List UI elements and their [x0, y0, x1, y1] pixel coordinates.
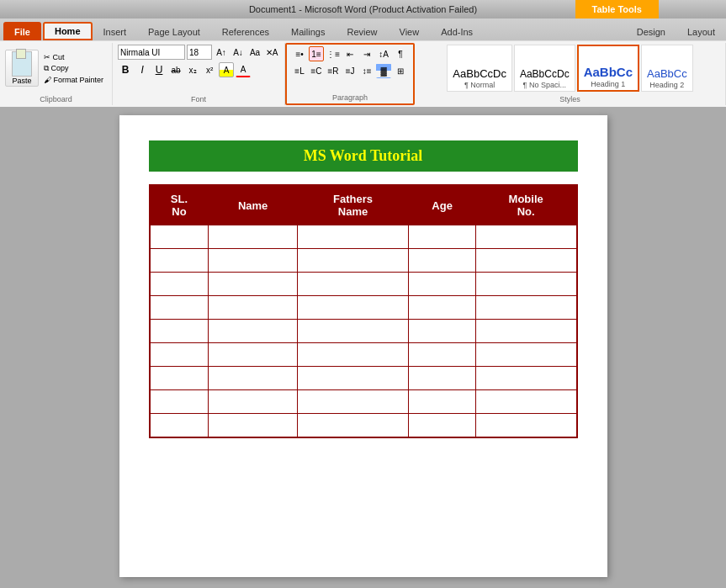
cut-button[interactable]: ✂ Cut	[40, 52, 107, 62]
tab-references[interactable]: References	[211, 22, 280, 40]
font-name-input[interactable]	[118, 45, 185, 60]
table-cell[interactable]	[409, 273, 476, 296]
copy-button[interactable]: ⧉ Copy	[40, 63, 107, 74]
style-heading2-button[interactable]: AaBbCc Heading 2	[641, 45, 693, 92]
table-cell[interactable]	[409, 320, 476, 343]
bold-button[interactable]: B	[118, 62, 133, 77]
table-cell[interactable]	[150, 414, 209, 437]
table-cell[interactable]	[297, 296, 409, 320]
table-row[interactable]	[150, 414, 577, 437]
tab-home[interactable]: Home	[43, 22, 93, 40]
table-cell[interactable]	[150, 249, 209, 273]
table-cell[interactable]	[297, 390, 409, 414]
table-cell[interactable]	[209, 225, 297, 249]
table-cell[interactable]	[475, 390, 576, 414]
table-cell[interactable]	[150, 320, 209, 343]
table-cell[interactable]	[297, 273, 409, 296]
table-cell[interactable]	[409, 367, 476, 390]
font-size-input[interactable]	[187, 45, 212, 60]
table-cell[interactable]	[475, 225, 576, 249]
style-heading1-button[interactable]: AaBbCc Heading 1	[577, 45, 639, 92]
table-cell[interactable]	[409, 390, 476, 414]
table-cell[interactable]	[209, 367, 297, 390]
table-cell[interactable]	[209, 414, 297, 437]
line-spacing-button[interactable]: ↕≡	[359, 63, 374, 78]
italic-button[interactable]: I	[135, 62, 150, 77]
tab-view[interactable]: View	[389, 22, 431, 40]
table-cell[interactable]	[297, 343, 409, 367]
multilevel-list-button[interactable]: ⋮≡	[326, 46, 341, 61]
table-row[interactable]	[150, 296, 577, 320]
table-row[interactable]	[150, 320, 577, 343]
table-cell[interactable]	[150, 390, 209, 414]
tab-mailings[interactable]: Mailings	[280, 22, 336, 40]
table-cell[interactable]	[150, 273, 209, 296]
table-cell[interactable]	[475, 296, 576, 320]
table-cell[interactable]	[475, 273, 576, 296]
table-cell[interactable]	[297, 414, 409, 437]
table-cell[interactable]	[475, 320, 576, 343]
table-cell[interactable]	[297, 249, 409, 273]
bullets-button[interactable]: ≡•	[292, 46, 307, 61]
table-cell[interactable]	[297, 225, 409, 249]
tab-file[interactable]: File	[3, 22, 41, 40]
table-row[interactable]	[150, 225, 577, 249]
paste-button[interactable]: Paste	[5, 50, 39, 87]
tab-insert[interactable]: Insert	[93, 22, 138, 40]
sort-button[interactable]: ↕A	[376, 46, 391, 61]
table-cell[interactable]	[150, 343, 209, 367]
table-cell[interactable]	[409, 225, 476, 249]
table-row[interactable]	[150, 390, 577, 414]
table-cell[interactable]	[209, 273, 297, 296]
table-cell[interactable]	[475, 249, 576, 273]
increase-indent-button[interactable]: ⇥	[359, 46, 374, 61]
tab-design[interactable]: Design	[626, 22, 676, 40]
borders-button[interactable]: ⊞	[393, 63, 408, 78]
format-painter-button[interactable]: 🖌 Format Painter	[40, 75, 107, 85]
numbering-button[interactable]: 1≡	[309, 46, 324, 61]
clear-format-button[interactable]: ✕A	[264, 45, 279, 60]
font-color-button[interactable]: A	[236, 62, 251, 77]
table-cell[interactable]	[409, 414, 476, 437]
table-cell[interactable]	[409, 249, 476, 273]
tab-add-ins[interactable]: Add-Ins	[430, 22, 484, 40]
table-cell[interactable]	[209, 296, 297, 320]
strikethrough-button[interactable]: ab	[168, 62, 183, 77]
page[interactable]: MS Word Tutorial SL.No Name FathersName …	[119, 115, 607, 577]
change-case-button[interactable]: Aa	[247, 45, 262, 60]
table-cell[interactable]	[209, 249, 297, 273]
shrink-font-button[interactable]: A↓	[231, 45, 246, 60]
tab-page-layout[interactable]: Page Layout	[137, 22, 211, 40]
text-highlight-button[interactable]: A	[219, 62, 234, 77]
superscript-button[interactable]: x²	[202, 62, 217, 77]
shading-button[interactable]: ▓	[376, 63, 391, 78]
table-cell[interactable]	[209, 320, 297, 343]
underline-button[interactable]: U	[151, 62, 167, 77]
style-nospace-button[interactable]: AaBbCcDc ¶ No Spaci...	[514, 45, 575, 92]
table-cell[interactable]	[150, 225, 209, 249]
table-cell[interactable]	[297, 320, 409, 343]
justify-button[interactable]: ≡J	[342, 63, 358, 78]
table-cell[interactable]	[150, 367, 209, 390]
tab-layout[interactable]: Layout	[676, 22, 726, 40]
grow-font-button[interactable]: A↑	[214, 45, 229, 60]
table-cell[interactable]	[150, 296, 209, 320]
align-left-button[interactable]: ≡L	[292, 63, 307, 78]
table-cell[interactable]	[209, 343, 297, 367]
table-row[interactable]	[150, 343, 577, 367]
align-right-button[interactable]: ≡R	[326, 63, 341, 78]
show-marks-button[interactable]: ¶	[393, 46, 408, 61]
decrease-indent-button[interactable]: ⇤	[342, 46, 358, 61]
table-cell[interactable]	[475, 343, 576, 367]
table-cell[interactable]	[209, 390, 297, 414]
table-row[interactable]	[150, 249, 577, 273]
table-row[interactable]	[150, 273, 577, 296]
table-cell[interactable]	[409, 296, 476, 320]
table-cell[interactable]	[475, 414, 576, 437]
table-cell[interactable]	[297, 367, 409, 390]
style-normal-button[interactable]: AaBbCcDc ¶ Normal	[447, 45, 512, 92]
table-cell[interactable]	[475, 367, 576, 390]
table-cell[interactable]	[409, 343, 476, 367]
align-center-button[interactable]: ≡C	[309, 63, 324, 78]
subscript-button[interactable]: x₂	[185, 62, 200, 77]
